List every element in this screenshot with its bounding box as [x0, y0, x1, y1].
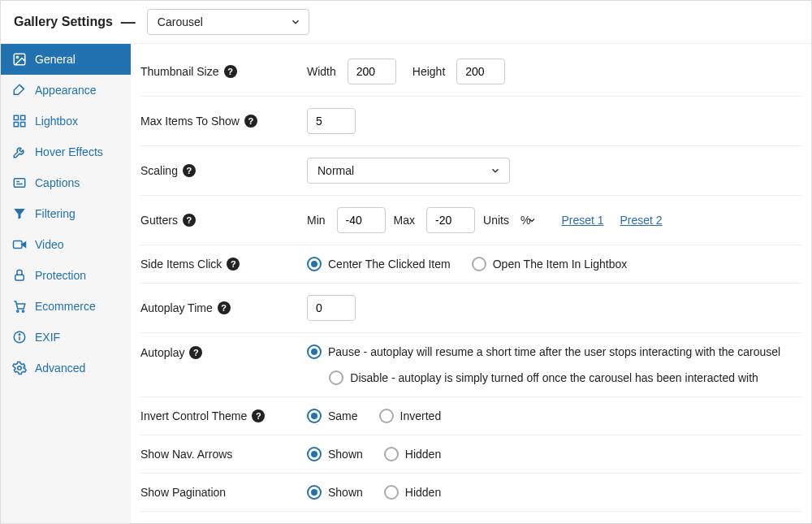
radio-label: Hidden	[405, 448, 441, 461]
sidebar-item-label: Advanced	[35, 362, 85, 375]
wrench-icon	[12, 145, 27, 159]
row-gutters: Gutters? Min Max Units % Preset 1 Preset…	[140, 196, 801, 245]
height-label: Height	[412, 65, 445, 78]
caption-icon	[12, 175, 27, 190]
radio-label: Same	[328, 409, 358, 422]
field-label: Side Items Click	[140, 258, 222, 271]
collapse-toggle[interactable]: —	[121, 14, 136, 31]
help-icon[interactable]: ?	[183, 214, 196, 227]
sidebar-item-label: Protection	[35, 269, 86, 282]
sidebar-item-advanced[interactable]: Advanced	[1, 353, 131, 383]
lock-icon	[12, 268, 27, 283]
radio-label: Shown	[328, 486, 363, 499]
cart-icon	[12, 299, 27, 314]
radio-pagination-hidden[interactable]: Hidden	[384, 485, 441, 500]
radio-autoplay-pause[interactable]: Pause - autoplay will resume a short tim…	[307, 344, 780, 359]
radio-label: Open The Item In Lightbox	[493, 258, 628, 271]
radio-pagination-shown[interactable]: Shown	[307, 485, 363, 500]
sidebar-item-protection[interactable]: Protection	[1, 260, 131, 291]
sidebar-item-filtering[interactable]: Filtering	[1, 198, 131, 229]
radio-nav-shown[interactable]: Shown	[307, 447, 363, 461]
svg-rect-9	[14, 241, 23, 249]
max-items-input[interactable]	[307, 108, 356, 134]
thumbnail-height-input[interactable]	[456, 58, 505, 84]
help-icon[interactable]: ?	[224, 65, 237, 78]
radio-center-clicked[interactable]: Center The Clicked Item	[307, 257, 451, 271]
row-show-progress: Show Progress Bar Shown Hidden	[140, 512, 801, 523]
radio-open-lightbox[interactable]: Open The Item In Lightbox	[472, 257, 628, 271]
gear-icon	[12, 361, 27, 375]
help-icon[interactable]: ?	[189, 346, 202, 359]
autoplay-time-input[interactable]	[307, 295, 356, 321]
filter-icon	[12, 206, 27, 221]
sidebar-item-hover-effects[interactable]: Hover Effects	[1, 136, 131, 167]
help-icon[interactable]: ?	[252, 409, 265, 422]
gutter-min-label: Min	[307, 214, 326, 227]
field-label: Invert Control Theme	[140, 409, 247, 422]
sidebar-item-label: Hover Effects	[35, 145, 103, 158]
svg-point-1	[16, 56, 18, 58]
radio-invert-same[interactable]: Same	[307, 409, 358, 423]
row-thumbnail-size: Thumbnail Size? Width Height	[140, 47, 801, 97]
thumbnail-width-input[interactable]	[348, 58, 396, 84]
settings-panel: Gallery Settings — Carousel General Appe…	[0, 0, 812, 524]
row-show-pagination: Show Pagination Shown Hidden	[140, 474, 801, 512]
svg-point-16	[18, 366, 22, 370]
panel-title: Gallery Settings	[14, 15, 113, 29]
chevron-down-icon	[490, 165, 501, 176]
scaling-select[interactable]: Normal	[307, 158, 510, 184]
sidebar-item-exif[interactable]: EXIF	[1, 322, 131, 353]
field-label: Gutters	[140, 214, 178, 227]
help-icon[interactable]: ?	[218, 301, 231, 314]
preset-2-link[interactable]: Preset 2	[620, 214, 663, 227]
radio-label: Pause - autoplay will resume a short tim…	[328, 345, 780, 358]
image-icon	[12, 52, 27, 67]
help-icon[interactable]: ?	[183, 164, 196, 177]
gutter-min-input[interactable]	[337, 207, 386, 233]
width-label: Width	[307, 65, 336, 78]
svg-point-11	[17, 310, 19, 312]
sidebar-item-label: Captions	[35, 176, 80, 189]
sidebar-item-captions[interactable]: Captions	[1, 167, 131, 198]
sidebar-item-video[interactable]: Video	[1, 229, 131, 260]
svg-rect-6	[14, 179, 25, 188]
sidebar-item-label: EXIF	[35, 331, 60, 344]
gutter-max-input[interactable]	[426, 207, 475, 233]
field-label: Thumbnail Size	[140, 65, 219, 78]
panel-header: Gallery Settings — Carousel	[1, 1, 811, 43]
radio-label: Inverted	[400, 409, 442, 422]
sidebar-item-ecommerce[interactable]: Ecommerce	[1, 291, 131, 322]
sidebar-item-appearance[interactable]: Appearance	[1, 75, 131, 106]
row-max-items: Max Items To Show?	[140, 97, 801, 146]
help-icon[interactable]: ?	[244, 115, 257, 128]
sidebar-item-lightbox[interactable]: Lightbox	[1, 106, 131, 136]
scaling-value: Normal	[317, 164, 354, 177]
radio-invert-inverted[interactable]: Inverted	[379, 409, 442, 423]
row-scaling: Scaling? Normal	[140, 146, 801, 196]
gutter-units-select[interactable]: %	[520, 214, 545, 227]
paint-icon	[12, 83, 27, 97]
field-label: Autoplay	[140, 346, 184, 359]
sidebar-item-label: Lightbox	[35, 115, 78, 128]
radio-label: Disable - autoplay is simply turned off …	[350, 371, 758, 384]
sidebar-item-label: General	[35, 53, 76, 66]
help-icon[interactable]: ?	[227, 258, 240, 271]
video-icon	[12, 237, 27, 252]
svg-rect-5	[21, 123, 25, 127]
layout-select[interactable]: Carousel	[147, 9, 309, 35]
radio-label: Shown	[328, 448, 363, 461]
sidebar-item-general[interactable]: General	[1, 44, 131, 75]
svg-point-12	[22, 310, 24, 312]
svg-point-15	[19, 334, 20, 336]
svg-rect-4	[14, 123, 18, 127]
row-autoplay: Autoplay? Pause - autoplay will resume a…	[140, 333, 801, 397]
radio-nav-hidden[interactable]: Hidden	[384, 447, 441, 461]
radio-autoplay-disable[interactable]: Disable - autoplay is simply turned off …	[329, 370, 758, 385]
sidebar-item-label: Appearance	[35, 84, 97, 97]
preset-1-link[interactable]: Preset 1	[561, 214, 603, 227]
field-label: Autoplay Time	[140, 301, 213, 314]
gutter-units-label: Units	[483, 214, 509, 227]
grid-icon	[12, 114, 27, 128]
radio-label: Hidden	[405, 486, 441, 499]
field-label: Show Pagination	[140, 486, 226, 499]
